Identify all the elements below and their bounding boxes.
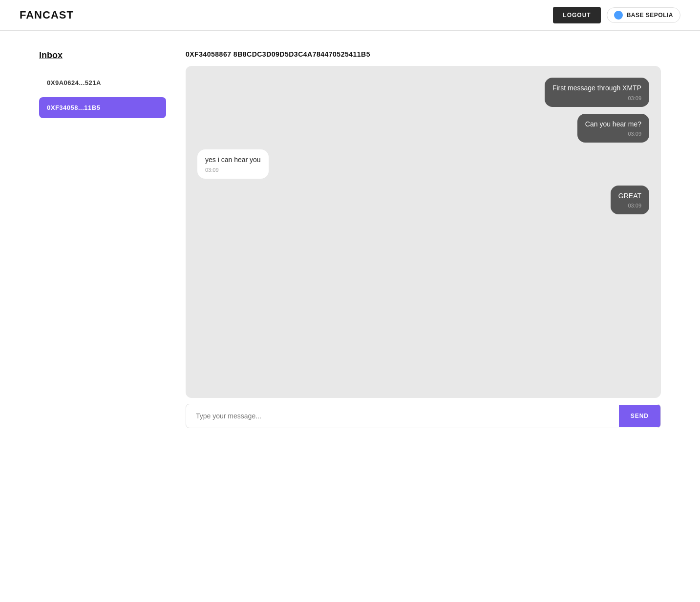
chat-window: First message through XMTP 03:09 Can you… (186, 66, 661, 398)
chat-input-area: SEND (186, 404, 661, 428)
chat-recipient-address: 0XF34058867 8B8CDC3D09D5D3C4A78447052541… (186, 50, 661, 58)
message-text-3: yes i can hear you (205, 155, 261, 165)
message-input[interactable] (186, 404, 614, 428)
contact-item-1[interactable]: 0X9A0624...521A (39, 72, 166, 93)
message-bubble-1: First message through XMTP 03:09 (545, 78, 649, 107)
logout-button[interactable]: LOGOUT (553, 7, 600, 23)
message-row: Can you hear me? 03:09 (197, 114, 649, 143)
app-logo: FANCAST (20, 9, 74, 21)
message-row: yes i can hear you 03:09 (197, 149, 649, 179)
message-time-1: 03:09 (552, 95, 641, 101)
inbox-link[interactable]: Inbox (39, 50, 166, 61)
message-text-1: First message through XMTP (552, 83, 641, 93)
message-text-4: GREAT (618, 191, 641, 201)
contact-address-2: 0XF34058...11B5 (47, 104, 100, 111)
main-layout: Inbox 0X9A0624...521A 0XF34058...11B5 0X… (0, 31, 700, 448)
header-right: LOGOUT BASE SEPOLIA (553, 7, 680, 23)
contact-item-2[interactable]: 0XF34058...11B5 (39, 97, 166, 118)
network-name: BASE SEPOLIA (627, 12, 673, 19)
message-row: GREAT 03:09 (197, 186, 649, 215)
message-time-3: 03:09 (205, 167, 261, 173)
header: FANCAST LOGOUT BASE SEPOLIA (0, 0, 700, 31)
chat-container: 0XF34058867 8B8CDC3D09D5D3C4A78447052541… (186, 50, 661, 428)
network-badge: BASE SEPOLIA (607, 7, 680, 23)
message-bubble-3: yes i can hear you 03:09 (197, 149, 269, 179)
message-time-2: 03:09 (585, 131, 641, 137)
message-time-4: 03:09 (618, 203, 641, 208)
sidebar: Inbox 0X9A0624...521A 0XF34058...11B5 (39, 50, 166, 428)
message-row: First message through XMTP 03:09 (197, 78, 649, 107)
network-status-dot (614, 11, 623, 20)
contact-address-1: 0X9A0624...521A (47, 79, 101, 86)
message-text-2: Can you hear me? (585, 120, 641, 129)
message-bubble-4: GREAT 03:09 (611, 186, 649, 215)
send-button[interactable]: SEND (619, 405, 660, 427)
message-bubble-2: Can you hear me? 03:09 (577, 114, 649, 143)
